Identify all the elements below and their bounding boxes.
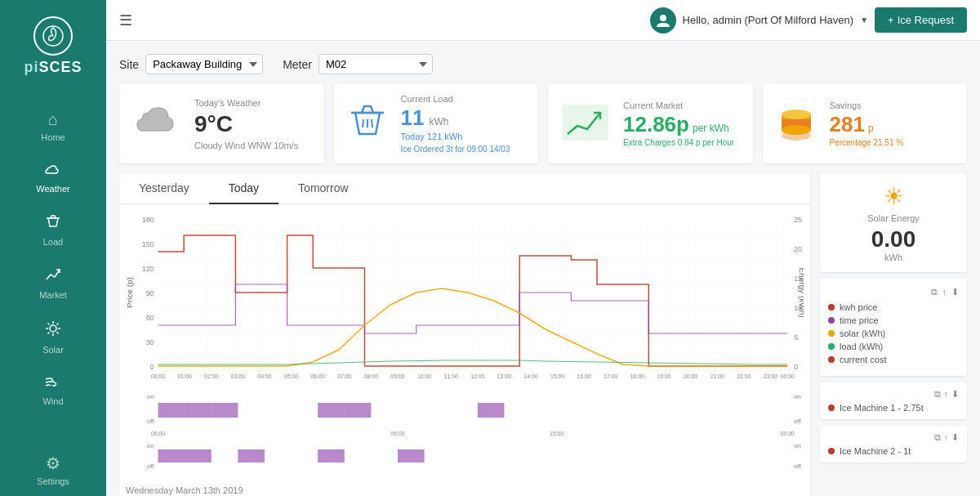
market-title: Current Market [623, 101, 740, 110]
svg-rect-68 [212, 403, 238, 418]
sidebar-item-load[interactable]: Load [0, 203, 106, 257]
tab-today[interactable]: Today [209, 173, 278, 204]
weather-card: Today's Weather 9°C Cloudy Wind WNW 10m/… [119, 84, 324, 163]
sidebar-item-weather[interactable]: Weather [0, 152, 106, 203]
sidebar-item-settings[interactable]: ⚙ Settings [0, 444, 106, 496]
ice-request-plus: + [888, 14, 894, 26]
load-sub2: Ice Ordered 3t for 09:00 14/03 [401, 145, 526, 154]
market-card: Current Market 12.86p per kWh Extra Char… [548, 84, 753, 163]
svg-text:on: on [794, 393, 801, 400]
load-title: Current Load [401, 94, 526, 104]
svg-point-22 [782, 109, 811, 119]
solar-panel-title: Solar Energy [830, 213, 957, 223]
meter-select[interactable]: M02 [318, 54, 433, 74]
svg-text:on: on [794, 442, 801, 449]
svg-text:on: on [147, 442, 154, 449]
logo: piSCES [16, 8, 90, 84]
legend-time-price-dot [828, 317, 835, 324]
im1-copy-icon[interactable]: ⧉ [934, 389, 941, 400]
legend-kwh-price-dot [828, 304, 835, 311]
svg-text:15:00: 15:00 [550, 373, 564, 379]
im2-copy-icon[interactable]: ⧉ [934, 432, 941, 443]
weather-title: Today's Weather [194, 98, 311, 108]
wind-icon [44, 374, 62, 393]
site-select[interactable]: Packaway Building [145, 54, 263, 74]
savings-sub: Percentage 21.51 % [830, 138, 955, 147]
svg-line-11 [363, 119, 363, 127]
legend-share-icon[interactable]: ↑ [942, 287, 947, 297]
stats-row: Today's Weather 9°C Cloudy Wind WNW 10m/… [119, 84, 967, 163]
svg-text:Energy (kWh): Energy (kWh) [798, 267, 804, 317]
tab-tomorrow[interactable]: Tomorrow [278, 173, 368, 204]
sidebar-label-load: Load [43, 237, 63, 247]
sidebar-item-market[interactable]: Market [0, 257, 106, 310]
legend-current-cost: current cost [828, 355, 959, 364]
legend-kwh-price-label: kwh price [840, 302, 877, 312]
load-icon [347, 100, 388, 149]
im1-share-icon[interactable]: ↑ [944, 389, 949, 400]
main-chart: 180 150 120 90 60 30 0 Price (p) 25 20 1… [126, 211, 804, 472]
svg-text:14:00: 14:00 [523, 373, 537, 379]
svg-text:Price (p): Price (p) [126, 277, 134, 308]
solar-icon-nav [44, 319, 62, 342]
svg-text:on: on [147, 393, 154, 400]
topbar: ☰ Hello, admin (Port Of Milford Haven) ▼… [106, 0, 980, 41]
svg-text:09:00: 09:00 [390, 373, 404, 379]
ice-request-button[interactable]: + Ice Request [875, 7, 967, 33]
savings-value: 281 [830, 114, 865, 135]
svg-text:22:00: 22:00 [737, 373, 751, 379]
svg-rect-83 [398, 449, 425, 462]
svg-text:09:00: 09:00 [390, 431, 404, 436]
svg-text:120: 120 [142, 265, 154, 273]
legend-copy-icon[interactable]: ⧉ [931, 287, 938, 297]
svg-text:16:00: 16:00 [577, 373, 591, 379]
chart-section: Yesterday Today Tomorrow 1 [119, 173, 810, 496]
site-label: Site [119, 58, 139, 71]
im2-share-icon[interactable]: ↑ [944, 432, 949, 443]
logo-text: piSCES [24, 59, 82, 76]
svg-text:off: off [147, 418, 154, 425]
savings-unit: p [868, 123, 874, 134]
svg-text:off: off [794, 462, 801, 470]
svg-text:04:00: 04:00 [257, 373, 271, 379]
sidebar-label-solar: Solar [42, 345, 64, 355]
svg-point-20 [782, 125, 811, 135]
legend-download-icon[interactable]: ⬇ [951, 287, 959, 297]
market-unit: per kWh [693, 123, 729, 134]
user-greeting: Hello, admin (Port Of Milford Haven) [683, 14, 854, 26]
svg-rect-66 [158, 403, 185, 418]
svg-rect-71 [478, 403, 505, 418]
svg-text:02:00: 02:00 [204, 373, 218, 379]
im1-download-icon[interactable]: ⬇ [951, 389, 959, 400]
weather-temp: 9°C [194, 111, 311, 137]
sidebar-item-home[interactable]: ⌂ Home [0, 101, 106, 152]
svg-text:20:00: 20:00 [684, 373, 697, 379]
svg-text:21:00: 21:00 [710, 373, 724, 379]
legend-load-kwh-dot [828, 343, 835, 350]
svg-text:00:00: 00:00 [151, 373, 165, 379]
hamburger-menu[interactable]: ☰ [119, 11, 132, 29]
sidebar-label-wind: Wind [42, 396, 63, 406]
svg-text:08:00: 08:00 [364, 373, 378, 379]
weather-icon [44, 162, 62, 181]
svg-text:15:00: 15:00 [550, 431, 564, 436]
svg-text:00:00: 00:00 [781, 373, 795, 379]
sidebar-label-weather: Weather [36, 184, 69, 194]
solar-panel-icon: ☀ [830, 183, 957, 210]
legend-load-kwh: load (kWh) [828, 342, 959, 351]
legend-time-price: time price [828, 315, 959, 325]
im2-download-icon[interactable]: ⬇ [951, 432, 959, 443]
sidebar-item-solar[interactable]: Solar [0, 310, 106, 364]
weather-cloud-icon [132, 100, 181, 148]
sidebar-item-wind[interactable]: Wind [0, 364, 106, 416]
legend-current-cost-label: current cost [840, 355, 886, 364]
legend-current-cost-dot [828, 356, 835, 363]
user-dropdown-arrow[interactable]: ▼ [860, 16, 868, 25]
solar-panel-unit: kWh [830, 252, 957, 262]
svg-text:off: off [147, 462, 154, 470]
tab-yesterday[interactable]: Yesterday [119, 173, 209, 204]
chart-area: 180 150 120 90 60 30 0 Price (p) 25 20 1… [119, 204, 810, 482]
svg-text:20: 20 [794, 245, 802, 253]
svg-text:23:00: 23:00 [764, 373, 777, 379]
svg-line-8 [57, 324, 59, 325]
